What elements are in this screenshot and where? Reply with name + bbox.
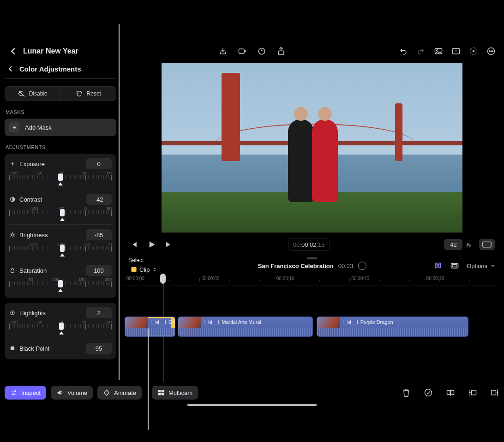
timecode-frames: :15 — [317, 241, 325, 248]
options-label: Options — [467, 263, 487, 269]
undo-icon[interactable] — [399, 47, 408, 56]
slider-thumb[interactable] — [58, 280, 63, 287]
adjustment-label: Brightness — [19, 232, 48, 239]
clip-label-group: Purple Dragon — [343, 318, 393, 326]
multicam-label: Multicam — [168, 389, 192, 396]
adjustment-value[interactable]: -42 — [86, 194, 112, 205]
clip-type-chip[interactable]: Clip — [128, 264, 160, 275]
svg-rect-27 — [162, 393, 164, 395]
inspector-actions: Disable Reset — [5, 86, 116, 101]
trim-start-icon[interactable] — [468, 388, 477, 397]
timeline-tracks[interactable]: Golden Martial Arts Mural Purple Dragon — [125, 291, 499, 364]
slider-handle-icon — [58, 289, 63, 293]
effects-icon[interactable] — [451, 47, 461, 56]
volume-tab[interactable]: Volume — [51, 386, 93, 400]
timeline-options-button[interactable]: Options — [467, 263, 496, 269]
approve-icon[interactable] — [424, 388, 433, 397]
svg-rect-2 — [278, 51, 284, 54]
ruler-label: 00:00:10 — [276, 276, 294, 281]
slider-thumb[interactable] — [58, 173, 63, 181]
svg-point-28 — [425, 389, 432, 396]
adjustment-slider[interactable]: -100-50050100 — [9, 321, 112, 334]
live-drawing-icon[interactable] — [469, 47, 478, 56]
bridge-tower-shape — [395, 103, 402, 161]
slider-thumb[interactable] — [59, 323, 64, 330]
adjustments-card-1: Exposure 0 -100-50050100 Contrast -42 -1… — [5, 154, 116, 298]
info-icon[interactable]: i — [358, 262, 366, 270]
black point-icon — [9, 345, 16, 352]
playhead-knob[interactable] — [160, 274, 166, 284]
clip-checkbox-icon — [204, 320, 209, 324]
svg-rect-16 — [11, 346, 14, 350]
back-chevron-icon[interactable] — [8, 46, 18, 56]
adjustment-value[interactable]: 100 — [86, 265, 112, 276]
trim-end-icon[interactable] — [490, 388, 499, 397]
zoom-control[interactable]: 42 % — [444, 239, 471, 250]
adjustment-slider[interactable]: -150-100-500 — [9, 243, 112, 256]
reset-icon — [76, 90, 83, 97]
prev-frame-icon[interactable] — [129, 240, 138, 249]
timeline-title-group: San Francisco Celebration 00:23 i — [258, 262, 366, 270]
svg-point-7 — [473, 50, 474, 52]
timeline-duration: 00:23 — [338, 263, 354, 269]
adjustment-slider[interactable]: 50100150200 — [9, 279, 112, 292]
fit-to-screen-button[interactable] — [479, 239, 495, 250]
adjustment-slider[interactable]: -100-50050100 — [9, 172, 112, 185]
svg-rect-18 — [435, 263, 437, 268]
share-icon[interactable] — [276, 47, 286, 56]
timeline-clip[interactable]: Martial Arts Mural — [178, 317, 312, 337]
titles-icon[interactable] — [257, 47, 266, 56]
svg-point-13 — [12, 234, 14, 236]
drag-handle-icon[interactable] — [307, 257, 317, 259]
record-voiceover-icon[interactable] — [238, 47, 247, 56]
multicam-tab[interactable]: Multicam — [152, 386, 198, 400]
clip-checkbox-icon — [151, 320, 156, 324]
magnetic-icon[interactable] — [433, 261, 443, 270]
speaker-icon — [56, 389, 64, 396]
project-title: Lunar New Year — [23, 47, 78, 55]
highlights-icon — [9, 310, 16, 316]
adjustment-slider[interactable]: -100-50050 — [9, 208, 112, 221]
adjustment-value[interactable]: 95 — [86, 343, 112, 354]
backgrounds-icon[interactable] — [434, 47, 443, 56]
zoom-value: 42 — [450, 241, 456, 248]
inspect-tab[interactable]: Inspect — [5, 386, 46, 400]
app-root: { "topbar": {"title": "Lunar New Year"},… — [0, 0, 504, 442]
next-frame-icon[interactable] — [164, 240, 174, 249]
back-chevron-icon[interactable] — [6, 65, 15, 73]
clip-chip-label: Clip — [139, 266, 150, 273]
timeline-ruler[interactable]: 00:00:0000:00:0500:00:1000:00:1500:00:20 — [125, 275, 499, 286]
disable-button[interactable]: Disable — [5, 86, 61, 101]
slider-thumb[interactable] — [60, 209, 65, 216]
adjustment-value[interactable]: 0 — [86, 158, 112, 169]
callout-annotation — [119, 24, 120, 380]
svg-rect-30 — [451, 391, 454, 394]
slider-thumb[interactable] — [60, 245, 65, 252]
svg-rect-19 — [439, 263, 441, 268]
adjustment-value[interactable]: 2 — [86, 307, 112, 318]
animate-tab[interactable]: Animate — [97, 386, 142, 400]
reset-button[interactable]: Reset — [61, 86, 117, 101]
svg-rect-25 — [162, 390, 164, 392]
storyboard-icon[interactable] — [450, 261, 459, 270]
svg-rect-26 — [158, 393, 161, 395]
clip-name: Purple Dragon — [360, 319, 393, 325]
adjustment-row: Saturation 100 — [9, 265, 112, 276]
more-icon[interactable] — [486, 47, 496, 56]
exposure-icon — [9, 161, 16, 167]
adjustment-label: Highlights — [19, 310, 46, 317]
volume-label: Volume — [67, 389, 87, 396]
preview-viewer[interactable] — [162, 63, 462, 233]
timeline-header: Select Clip San Francisco Celebration 00… — [125, 257, 499, 275]
import-icon[interactable] — [218, 47, 228, 56]
add-mask-button[interactable]: + Add Mask — [5, 119, 116, 136]
timeline-clip[interactable]: Purple Dragon — [317, 317, 468, 337]
play-icon[interactable] — [147, 240, 156, 249]
split-icon[interactable] — [446, 388, 455, 397]
timeline-clip[interactable]: Golden — [125, 317, 175, 337]
home-indicator — [187, 404, 317, 406]
svg-rect-32 — [492, 390, 496, 395]
trash-icon[interactable] — [402, 388, 411, 397]
timecode-display[interactable]: 00: 00:02 :15 — [288, 239, 330, 251]
adjustment-value[interactable]: -85 — [86, 229, 112, 240]
